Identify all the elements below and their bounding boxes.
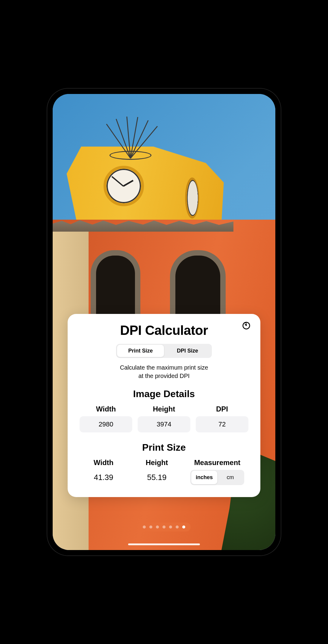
print-size-title: Print Size [80, 442, 248, 453]
unit-segmented-control: inches cm [190, 470, 244, 485]
print-width-label: Width [94, 458, 113, 467]
dpi-label: DPI [216, 405, 228, 413]
mode-segmented-control: Print Size DPI Size [116, 344, 212, 358]
page-dot[interactable] [156, 525, 159, 528]
height-label: Height [153, 405, 175, 413]
page-dot[interactable] [169, 525, 172, 528]
tab-print-size[interactable]: Print Size [117, 345, 164, 357]
width-input[interactable] [80, 416, 132, 432]
unit-inches[interactable]: inches [191, 471, 217, 484]
dpi-input[interactable] [196, 416, 248, 432]
tab-dpi-size[interactable]: DPI Size [164, 345, 211, 357]
page-dot-active[interactable] [182, 525, 185, 528]
height-input[interactable] [138, 416, 190, 432]
page-dot[interactable] [149, 525, 152, 528]
print-height-value: 55.19 [147, 470, 166, 485]
phone-screen: DPI Calculator Print Size DPI Size Calcu… [53, 94, 275, 550]
description-text: Calculate the maximum print size at the … [80, 363, 248, 380]
unit-cm[interactable]: cm [217, 471, 243, 484]
phone-frame: DPI Calculator Print Size DPI Size Calcu… [47, 89, 281, 555]
page-dot[interactable] [176, 525, 179, 528]
reset-button[interactable] [241, 321, 251, 331]
dpi-calculator-card: DPI Calculator Print Size DPI Size Calcu… [68, 314, 260, 497]
print-width-value: 41.39 [94, 470, 113, 485]
page-dot[interactable] [163, 525, 165, 528]
image-details-title: Image Details [80, 388, 248, 400]
print-height-label: Height [146, 458, 168, 467]
card-title: DPI Calculator [80, 323, 248, 338]
reset-icon [242, 321, 251, 330]
measurement-label: Measurement [194, 458, 241, 467]
home-indicator[interactable] [128, 543, 200, 545]
page-dot[interactable] [143, 525, 146, 528]
clock-face-icon [104, 166, 144, 206]
width-label: Width [96, 405, 116, 413]
page-indicator[interactable] [137, 523, 191, 531]
